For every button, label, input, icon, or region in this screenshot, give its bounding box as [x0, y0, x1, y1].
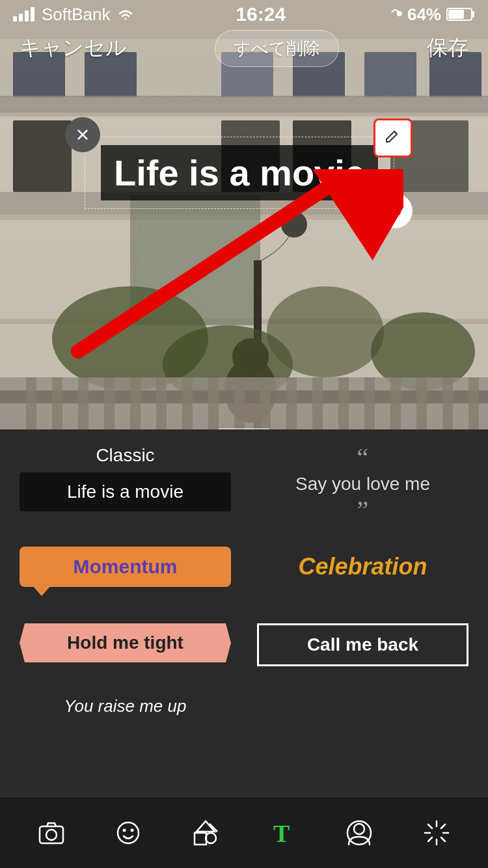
sticker-styles-panel: Classic Life is a movie “ Say you love m… [0, 429, 488, 796]
svg-point-63 [131, 828, 134, 832]
battery-icon [446, 7, 475, 21]
wifi-icon [116, 7, 135, 21]
svg-point-60 [46, 830, 57, 840]
rotate-sticker-button[interactable] [377, 193, 413, 228]
svg-point-32 [267, 286, 384, 377]
edit-sticker-button[interactable] [373, 118, 413, 157]
style-item-classic[interactable]: Classic Life is a movie [20, 445, 231, 523]
sticker-selection-box[interactable]: Life is a movie [85, 137, 394, 209]
toolbar-camera[interactable] [37, 819, 66, 847]
svg-line-76 [441, 837, 445, 841]
quote-open: “ [357, 445, 369, 471]
svg-point-61 [118, 822, 139, 843]
sticker-container[interactable]: Life is a movie [85, 137, 394, 209]
style-item-holdmetight[interactable]: Hold me tight [20, 623, 231, 666]
svg-line-78 [428, 837, 432, 841]
toolbar-avatar[interactable] [345, 819, 373, 847]
svg-rect-14 [13, 120, 72, 192]
svg-rect-64 [195, 833, 206, 845]
quote-close: ” [357, 497, 369, 523]
svg-point-83 [397, 11, 402, 16]
style-item-momentum[interactable]: Momentum [20, 547, 231, 600]
nav-bar: キャンセル すべて削除 保存 [0, 29, 488, 68]
svg-rect-86 [448, 10, 464, 19]
toolbar-shapes[interactable] [191, 819, 220, 847]
svg-point-70 [347, 821, 371, 845]
status-bar: SoftBank 16:24 64% [0, 0, 488, 29]
svg-rect-81 [25, 10, 29, 21]
bottom-toolbar: T [0, 796, 488, 868]
svg-rect-82 [31, 7, 34, 21]
signal-icon [13, 7, 36, 21]
delete-all-button[interactable]: すべて削除 [215, 30, 339, 67]
quote-text: Say you love me [295, 474, 430, 495]
close-sticker-button[interactable] [65, 117, 100, 152]
toolbar-text[interactable]: T [268, 819, 297, 847]
status-left: SoftBank [13, 5, 135, 25]
lock-rotation-icon [386, 7, 402, 21]
quote-block: “ Say you love me ” [295, 445, 430, 523]
youraiseup-preview: You raise me up [64, 690, 187, 723]
svg-point-62 [123, 828, 126, 832]
sticker-grid: Classic Life is a movie “ Say you love m… [0, 429, 488, 736]
svg-point-65 [206, 833, 216, 843]
classic-preview: Life is a movie [20, 472, 231, 511]
style-item-callmeback[interactable]: Call me back [257, 623, 468, 666]
svg-text:T: T [273, 820, 290, 847]
battery-percent: 64% [407, 5, 441, 25]
carrier-label: SoftBank [42, 5, 111, 25]
svg-point-69 [354, 824, 364, 834]
svg-rect-80 [19, 14, 23, 21]
svg-rect-85 [472, 11, 474, 18]
momentum-preview: Momentum [20, 547, 231, 587]
sticker-text: Life is a movie [101, 145, 378, 200]
save-button[interactable]: 保存 [427, 34, 468, 62]
toolbar-effects[interactable] [422, 819, 451, 847]
svg-line-77 [441, 824, 445, 828]
status-right: 64% [386, 5, 475, 25]
toolbar-emoji[interactable] [114, 819, 142, 847]
svg-rect-79 [13, 16, 17, 21]
classic-label: Classic [96, 445, 154, 466]
style-item-youraiseup[interactable]: You raise me up [20, 690, 231, 723]
svg-point-27 [281, 211, 307, 237]
style-item-quote[interactable]: “ Say you love me ” [257, 445, 468, 523]
svg-line-56 [394, 131, 397, 134]
photo-area: キャンセル すべて削除 保存 Life is a movie [0, 0, 488, 442]
callmeback-preview: Call me back [257, 623, 468, 666]
style-item-celebration[interactable]: Celebration [257, 547, 468, 600]
cancel-button[interactable]: キャンセル [20, 34, 127, 62]
time-display: 16:24 [236, 3, 286, 25]
celebration-preview: Celebration [298, 547, 427, 587]
holdmetight-preview: Hold me tight [20, 623, 231, 662]
svg-line-75 [428, 824, 432, 828]
